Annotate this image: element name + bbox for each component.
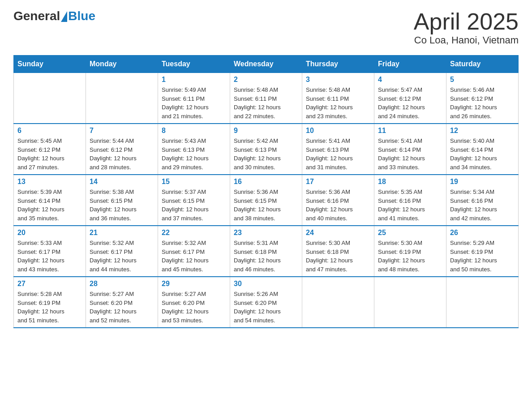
weekday-header-sunday: Sunday xyxy=(14,56,86,73)
weekday-header-friday: Friday xyxy=(374,56,446,73)
logo: General Blue xyxy=(13,9,95,23)
calendar-cell: 25Sunrise: 5:30 AM Sunset: 6:19 PM Dayli… xyxy=(374,226,446,277)
day-number: 14 xyxy=(90,178,154,186)
page-header: General Blue April 2025 Co Loa, Hanoi, V… xyxy=(13,9,519,46)
calendar-cell xyxy=(446,277,519,328)
calendar-cell: 15Sunrise: 5:37 AM Sunset: 6:15 PM Dayli… xyxy=(158,175,230,226)
calendar-table: SundayMondayTuesdayWednesdayThursdayFrid… xyxy=(13,55,519,328)
day-number: 2 xyxy=(234,76,298,84)
calendar-cell: 19Sunrise: 5:34 AM Sunset: 6:16 PM Dayli… xyxy=(446,175,519,226)
weekday-row: SundayMondayTuesdayWednesdayThursdayFrid… xyxy=(14,56,519,73)
day-info: Sunrise: 5:33 AM Sunset: 6:17 PM Dayligh… xyxy=(17,239,82,274)
calendar-cell: 28Sunrise: 5:27 AM Sunset: 6:20 PM Dayli… xyxy=(86,277,158,328)
day-number: 20 xyxy=(17,229,82,237)
calendar-cell: 2Sunrise: 5:48 AM Sunset: 6:11 PM Daylig… xyxy=(230,73,302,124)
day-info: Sunrise: 5:27 AM Sunset: 6:20 PM Dayligh… xyxy=(162,290,226,325)
day-info: Sunrise: 5:49 AM Sunset: 6:11 PM Dayligh… xyxy=(162,86,226,120)
day-number: 27 xyxy=(17,280,82,288)
day-number: 9 xyxy=(234,127,298,135)
day-info: Sunrise: 5:34 AM Sunset: 6:16 PM Dayligh… xyxy=(450,188,515,223)
page-subtitle: Co Loa, Hanoi, Vietnam xyxy=(414,34,519,46)
day-number: 1 xyxy=(162,76,226,84)
day-number: 18 xyxy=(378,178,442,186)
calendar-cell xyxy=(14,73,86,124)
day-info: Sunrise: 5:31 AM Sunset: 6:18 PM Dayligh… xyxy=(234,239,298,274)
day-info: Sunrise: 5:46 AM Sunset: 6:12 PM Dayligh… xyxy=(450,86,515,120)
weekday-header-saturday: Saturday xyxy=(446,56,519,73)
calendar-week-3: 13Sunrise: 5:39 AM Sunset: 6:14 PM Dayli… xyxy=(14,175,519,226)
day-number: 15 xyxy=(162,178,226,186)
calendar-cell: 22Sunrise: 5:32 AM Sunset: 6:17 PM Dayli… xyxy=(158,226,230,277)
day-info: Sunrise: 5:36 AM Sunset: 6:15 PM Dayligh… xyxy=(234,188,298,223)
calendar-cell: 30Sunrise: 5:26 AM Sunset: 6:20 PM Dayli… xyxy=(230,277,302,328)
calendar-cell: 18Sunrise: 5:35 AM Sunset: 6:16 PM Dayli… xyxy=(374,175,446,226)
calendar-cell: 5Sunrise: 5:46 AM Sunset: 6:12 PM Daylig… xyxy=(446,73,519,124)
day-info: Sunrise: 5:32 AM Sunset: 6:17 PM Dayligh… xyxy=(90,239,154,274)
day-info: Sunrise: 5:36 AM Sunset: 6:16 PM Dayligh… xyxy=(306,188,370,223)
day-number: 5 xyxy=(450,76,515,84)
calendar-cell: 20Sunrise: 5:33 AM Sunset: 6:17 PM Dayli… xyxy=(14,226,86,277)
day-info: Sunrise: 5:43 AM Sunset: 6:13 PM Dayligh… xyxy=(162,137,226,171)
day-number: 10 xyxy=(306,127,370,135)
logo-triangle-icon xyxy=(61,11,67,22)
day-info: Sunrise: 5:39 AM Sunset: 6:14 PM Dayligh… xyxy=(17,188,82,223)
day-number: 11 xyxy=(378,127,442,135)
day-number: 8 xyxy=(162,127,226,135)
calendar-cell: 21Sunrise: 5:32 AM Sunset: 6:17 PM Dayli… xyxy=(86,226,158,277)
day-info: Sunrise: 5:44 AM Sunset: 6:12 PM Dayligh… xyxy=(90,137,154,171)
day-info: Sunrise: 5:40 AM Sunset: 6:14 PM Dayligh… xyxy=(450,137,515,171)
calendar-cell xyxy=(302,277,374,328)
day-info: Sunrise: 5:26 AM Sunset: 6:20 PM Dayligh… xyxy=(234,290,298,325)
weekday-header-wednesday: Wednesday xyxy=(230,56,302,73)
day-info: Sunrise: 5:45 AM Sunset: 6:12 PM Dayligh… xyxy=(17,137,82,171)
calendar-cell: 9Sunrise: 5:42 AM Sunset: 6:13 PM Daylig… xyxy=(230,124,302,175)
day-info: Sunrise: 5:41 AM Sunset: 6:14 PM Dayligh… xyxy=(378,137,442,171)
calendar-cell: 8Sunrise: 5:43 AM Sunset: 6:13 PM Daylig… xyxy=(158,124,230,175)
calendar-cell: 29Sunrise: 5:27 AM Sunset: 6:20 PM Dayli… xyxy=(158,277,230,328)
day-info: Sunrise: 5:38 AM Sunset: 6:15 PM Dayligh… xyxy=(90,188,154,223)
day-info: Sunrise: 5:29 AM Sunset: 6:19 PM Dayligh… xyxy=(450,239,515,274)
day-number: 25 xyxy=(378,229,442,237)
day-number: 24 xyxy=(306,229,370,237)
day-number: 26 xyxy=(450,229,515,237)
calendar-week-5: 27Sunrise: 5:28 AM Sunset: 6:19 PM Dayli… xyxy=(14,277,519,328)
calendar-cell: 4Sunrise: 5:47 AM Sunset: 6:12 PM Daylig… xyxy=(374,73,446,124)
calendar-cell: 1Sunrise: 5:49 AM Sunset: 6:11 PM Daylig… xyxy=(158,73,230,124)
title-block: April 2025 Co Loa, Hanoi, Vietnam xyxy=(414,9,519,46)
calendar-week-2: 6Sunrise: 5:45 AM Sunset: 6:12 PM Daylig… xyxy=(14,124,519,175)
day-info: Sunrise: 5:47 AM Sunset: 6:12 PM Dayligh… xyxy=(378,86,442,120)
day-info: Sunrise: 5:30 AM Sunset: 6:19 PM Dayligh… xyxy=(378,239,442,274)
day-info: Sunrise: 5:48 AM Sunset: 6:11 PM Dayligh… xyxy=(306,86,370,120)
day-number: 30 xyxy=(234,280,298,288)
day-info: Sunrise: 5:48 AM Sunset: 6:11 PM Dayligh… xyxy=(234,86,298,120)
day-number: 22 xyxy=(162,229,226,237)
calendar-cell: 7Sunrise: 5:44 AM Sunset: 6:12 PM Daylig… xyxy=(86,124,158,175)
calendar-cell: 3Sunrise: 5:48 AM Sunset: 6:11 PM Daylig… xyxy=(302,73,374,124)
weekday-header-monday: Monday xyxy=(86,56,158,73)
calendar-cell: 24Sunrise: 5:30 AM Sunset: 6:18 PM Dayli… xyxy=(302,226,374,277)
weekday-header-thursday: Thursday xyxy=(302,56,374,73)
calendar-header: SundayMondayTuesdayWednesdayThursdayFrid… xyxy=(14,56,519,73)
day-number: 19 xyxy=(450,178,515,186)
calendar-cell: 10Sunrise: 5:41 AM Sunset: 6:13 PM Dayli… xyxy=(302,124,374,175)
day-number: 12 xyxy=(450,127,515,135)
day-number: 13 xyxy=(17,178,82,186)
day-number: 21 xyxy=(90,229,154,237)
calendar-cell: 6Sunrise: 5:45 AM Sunset: 6:12 PM Daylig… xyxy=(14,124,86,175)
calendar-cell: 16Sunrise: 5:36 AM Sunset: 6:15 PM Dayli… xyxy=(230,175,302,226)
calendar-cell: 13Sunrise: 5:39 AM Sunset: 6:14 PM Dayli… xyxy=(14,175,86,226)
calendar-cell: 23Sunrise: 5:31 AM Sunset: 6:18 PM Dayli… xyxy=(230,226,302,277)
calendar-cell: 17Sunrise: 5:36 AM Sunset: 6:16 PM Dayli… xyxy=(302,175,374,226)
calendar-cell xyxy=(86,73,158,124)
page-title: April 2025 xyxy=(414,9,519,34)
calendar-cell: 11Sunrise: 5:41 AM Sunset: 6:14 PM Dayli… xyxy=(374,124,446,175)
day-info: Sunrise: 5:42 AM Sunset: 6:13 PM Dayligh… xyxy=(234,137,298,171)
calendar-body: 1Sunrise: 5:49 AM Sunset: 6:11 PM Daylig… xyxy=(14,73,519,328)
calendar-cell: 27Sunrise: 5:28 AM Sunset: 6:19 PM Dayli… xyxy=(14,277,86,328)
day-info: Sunrise: 5:32 AM Sunset: 6:17 PM Dayligh… xyxy=(162,239,226,274)
day-info: Sunrise: 5:35 AM Sunset: 6:16 PM Dayligh… xyxy=(378,188,442,223)
calendar-cell: 12Sunrise: 5:40 AM Sunset: 6:14 PM Dayli… xyxy=(446,124,519,175)
day-number: 4 xyxy=(378,76,442,84)
day-info: Sunrise: 5:27 AM Sunset: 6:20 PM Dayligh… xyxy=(90,290,154,325)
day-info: Sunrise: 5:30 AM Sunset: 6:18 PM Dayligh… xyxy=(306,239,370,274)
